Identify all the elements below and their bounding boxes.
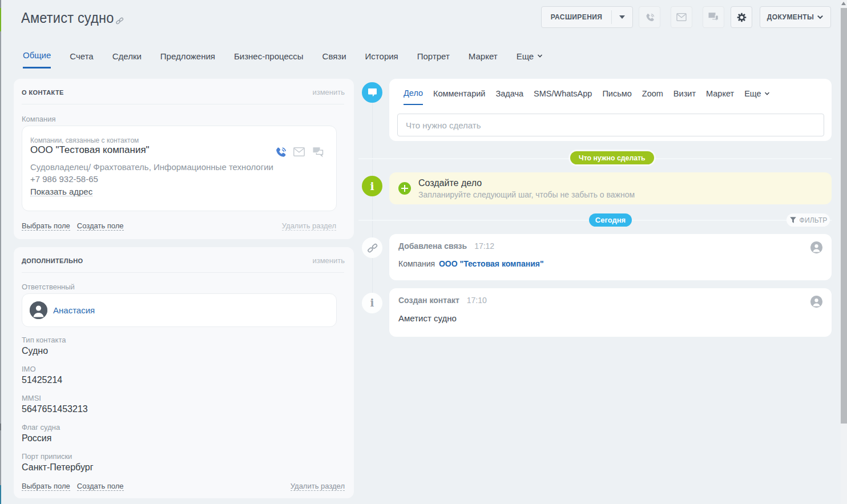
chat-button[interactable] [703, 6, 724, 28]
settings-button[interactable] [731, 6, 752, 28]
tab-label: Комментарий [433, 89, 485, 98]
funnel-icon [789, 216, 797, 224]
phone-icon [275, 146, 287, 158]
tab-biznes-processy[interactable]: Бизнес-процессы [234, 50, 304, 68]
select-field-link[interactable]: Выбрать поле [22, 221, 70, 231]
chat-bubble-icon [368, 88, 377, 97]
company-box: Компании, связанные с контактом ООО "Тес… [22, 126, 337, 211]
chevron-down-icon [764, 91, 770, 96]
responsible-label: Ответственный [22, 283, 337, 291]
entry-body-prefix: Компания [398, 259, 435, 268]
responsible-name[interactable]: Анастасия [53, 305, 95, 315]
tab-sdelki[interactable]: Сделки [112, 50, 142, 68]
sliver-segment [0, 8, 1, 31]
plus-icon [398, 182, 411, 195]
entry-time: 17:10 [467, 296, 487, 305]
link-icon [115, 17, 124, 25]
main-tabs: Общие Счета Сделки Предложения Бизнес-пр… [23, 50, 543, 68]
timeline-entry-link[interactable]: Добавлена связь 17:12 Компания ООО "Тест… [389, 234, 832, 280]
tab-market[interactable]: Маркет [469, 50, 498, 68]
stream-tab-eshche[interactable]: Еще [744, 88, 770, 105]
card-links: Выбрать поле Создать поле Удалить раздел [22, 221, 336, 231]
stream-tab-kommentarij[interactable]: Комментарий [433, 88, 485, 105]
edit-link[interactable]: изменить [312, 256, 345, 265]
entry-title: Добавлена связь [398, 241, 467, 251]
todo-input[interactable] [397, 114, 824, 136]
field-contact-type: Тип контакта Судно [22, 336, 337, 356]
tab-obshchie[interactable]: Общие [23, 50, 51, 68]
extensions-button[interactable]: РАСШИРЕНИЯ [541, 6, 633, 28]
show-address-link[interactable]: Показать адрес [30, 187, 92, 196]
field-value: 5647651453213 [22, 404, 337, 414]
call-button[interactable] [639, 6, 660, 28]
additional-card: ДОПОЛНИТЕЛЬНО изменить Ответственный Ана… [14, 247, 354, 498]
hint-title: Создайте дело [418, 178, 635, 188]
tab-eshche[interactable]: Еще [517, 50, 543, 68]
field-imo: IMO 51425214 [22, 365, 337, 385]
field-label: Тип контакта [22, 336, 337, 344]
delete-section-link[interactable]: Удалить раздел [291, 482, 345, 491]
person-icon [810, 241, 822, 253]
stream-tabs: Дело Комментарий Задача SMS/WhatsApp Пис… [389, 79, 832, 105]
chain-icon [367, 243, 378, 253]
tab-portret[interactable]: Портрет [417, 50, 450, 68]
sliver-segment [0, 0, 1, 8]
scroll-thumb[interactable] [841, 8, 847, 424]
documents-button[interactable]: ДОКУМЕНТЫ [760, 6, 831, 28]
entry-title: Создан контакт [398, 296, 459, 305]
company-sublabel: Компании, связанные с контактом [30, 137, 328, 144]
delete-section-link[interactable]: Удалить раздел [282, 221, 336, 231]
field-label: MMSI [22, 394, 337, 402]
tab-istoriya[interactable]: История [365, 50, 398, 68]
company-call-icon[interactable] [275, 146, 287, 158]
stream-tab-delo[interactable]: Дело [404, 88, 423, 105]
company-mail-icon[interactable] [293, 147, 305, 156]
timeline-comment-icon [362, 82, 382, 103]
tab-label: Связи [322, 51, 346, 61]
tab-label: История [365, 51, 398, 61]
entry-body: Компания ООО "Тестовая компания" [398, 259, 822, 268]
sliver-segment [0, 424, 1, 430]
field-value: 51425214 [22, 375, 337, 385]
extensions-dropdown[interactable] [612, 15, 632, 19]
card-divider [22, 104, 344, 104]
email-button[interactable] [671, 6, 692, 28]
select-field-link[interactable]: Выбрать поле [22, 482, 70, 491]
company-chat-icon[interactable] [312, 147, 324, 158]
chevron-down-icon [817, 14, 824, 21]
stream-tab-sms[interactable]: SMS/WhatsApp [534, 88, 592, 105]
tab-label: Портрет [417, 51, 450, 61]
info-glyph: i [370, 298, 374, 308]
stream-tab-zadacha[interactable]: Задача [495, 88, 523, 105]
edit-link[interactable]: изменить [312, 88, 345, 96]
stream-tab-pismo[interactable]: Письмо [602, 88, 631, 105]
hint-texts: Создайте дело Запланируйте следующий шаг… [418, 178, 635, 199]
scroll-up-arrow[interactable] [841, 2, 846, 5]
company-link[interactable]: ООО "Тестовая компания" [439, 259, 544, 268]
stream-tab-market[interactable]: Маркет [706, 88, 734, 105]
create-field-link[interactable]: Создать поле [77, 482, 124, 491]
timeline-entry-created[interactable]: Создан контакт 17:10 Аметист судно [389, 288, 832, 337]
info-glyph: i [370, 181, 374, 192]
create-activity-hint[interactable]: Создайте дело Запланируйте следующий шаг… [389, 172, 832, 204]
create-field-link[interactable]: Создать поле [77, 221, 124, 231]
stream-tab-vizit[interactable]: Визит [673, 88, 696, 105]
copy-link-icon[interactable] [115, 17, 123, 25]
tab-label: Письмо [602, 89, 631, 98]
stream-tab-zoom[interactable]: Zoom [642, 88, 663, 105]
timeline-info-icon: i [362, 293, 382, 313]
tab-scheta[interactable]: Счета [70, 50, 93, 68]
tab-label: Еще [744, 89, 761, 98]
company-phone: +7 986 932-58-65 [30, 175, 328, 183]
entry-body: Аметист судно [398, 313, 822, 323]
field-value: Судно [22, 346, 337, 356]
card-body: Ответственный Анастасия Тип контакта Суд… [14, 283, 354, 473]
card-body: Компания Компании, связанные с контактом… [14, 115, 354, 211]
tab-svyazi[interactable]: Связи [322, 50, 346, 68]
field-value: Санкт-Петербург [22, 462, 337, 473]
entry-time: 17:12 [474, 241, 494, 251]
scrollbar[interactable] [841, 0, 847, 504]
filter-button[interactable]: ФИЛЬТР [786, 213, 830, 227]
tab-predlozheniya[interactable]: Предложения [160, 50, 215, 68]
tab-label: Дело [404, 88, 423, 98]
